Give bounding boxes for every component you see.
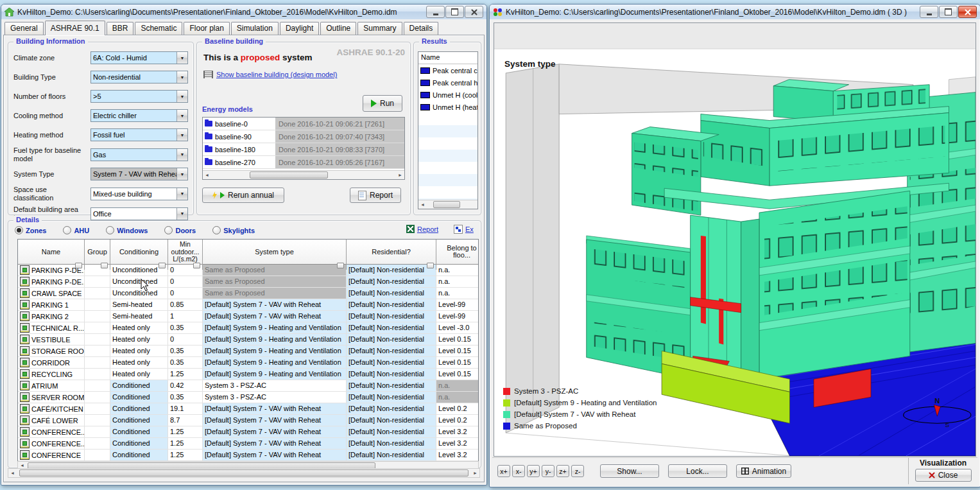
cell-min-outdoor[interactable]: 1.25: [168, 438, 203, 449]
lock-button[interactable]: Lock...: [668, 464, 727, 478]
cell-belong-floor[interactable]: Level 0.15: [436, 369, 479, 380]
cell-system-type[interactable]: [Default] System 7 - VAV with Reheat: [203, 438, 347, 449]
cell-system-type[interactable]: [Default] System 9 - Heating and Ventila…: [203, 346, 347, 356]
cell-name[interactable]: TECHNICAL R...: [18, 322, 85, 333]
cell-group[interactable]: [85, 288, 110, 299]
cell-conditioning[interactable]: Conditioned: [110, 403, 168, 414]
column-header-residential[interactable]: Residential?: [347, 240, 436, 270]
radio-doors[interactable]: Doors: [164, 226, 196, 234]
cell-belong-floor[interactable]: n.a.: [436, 276, 479, 287]
cell-group[interactable]: [85, 415, 110, 426]
radio-windows[interactable]: Windows: [106, 226, 148, 234]
3d-viewport[interactable]: N S System type System 3 - PSZ-AC[Defaul…: [494, 22, 976, 457]
cell-name[interactable]: CAFÉ/KITCHEN: [18, 403, 85, 414]
cell-belong-floor[interactable]: Level 0.15: [436, 346, 479, 356]
chevron-down-icon[interactable]: ▼: [176, 129, 187, 141]
chevron-down-icon[interactable]: ▼: [176, 71, 187, 83]
cell-residential[interactable]: [Default] Non-residential: [347, 288, 436, 299]
chevron-down-icon[interactable]: ▼: [176, 149, 187, 161]
main-window-titlebar[interactable]: KvHilton_Demo: C:\Users\carling\Document…: [1, 4, 486, 19]
scroll-right-arrow[interactable]: ►: [471, 470, 479, 477]
cell-belong-floor[interactable]: Level 0.15: [436, 334, 479, 345]
cell-conditioning[interactable]: Heated only: [110, 357, 168, 368]
cell-residential[interactable]: [Default] Non-residential: [347, 346, 436, 356]
column-header-system-type[interactable]: System type: [203, 240, 347, 270]
table-row[interactable]: VESTIBULEHeated only0[Default] System 9 …: [18, 334, 478, 346]
cell-belong-floor[interactable]: Level-99: [436, 311, 479, 322]
table-row[interactable]: CONFERENCE...Conditioned1.25[Default] Sy…: [18, 426, 478, 438]
table-row[interactable]: SERVER ROOMConditioned0.35System 3 - PSZ…: [18, 392, 478, 403]
tab-general[interactable]: General: [4, 22, 44, 35]
scroll-right-arrow[interactable]: ►: [396, 172, 404, 179]
cell-conditioning[interactable]: Heated only: [110, 369, 168, 380]
nav-button-x[interactable]: x+: [497, 465, 510, 477]
cell-system-type[interactable]: [Default] System 7 - VAV with Reheat: [203, 415, 347, 426]
scroll-thumb[interactable]: [433, 201, 460, 208]
radio-button[interactable]: [15, 226, 23, 234]
column-header-min-outdoor-l-s-m2[interactable]: Min outdoor... L/(s.m2): [168, 240, 203, 270]
cell-residential[interactable]: [Default] Non-residential: [347, 311, 436, 322]
cell-conditioning[interactable]: Conditioned: [110, 415, 168, 426]
fuel-type-combo[interactable]: Gas▼: [90, 148, 188, 161]
cell-conditioning[interactable]: Conditioned: [110, 426, 168, 437]
cell-group[interactable]: [85, 346, 110, 356]
cell-min-outdoor[interactable]: 19.1: [168, 403, 203, 414]
cell-conditioning[interactable]: Semi-heated: [110, 299, 168, 310]
close-button[interactable]: [958, 6, 977, 18]
cell-name[interactable]: SERVER ROOM: [18, 392, 85, 403]
cell-belong-floor[interactable]: n.a.: [436, 288, 479, 299]
default-area-combo[interactable]: Office▼: [90, 207, 188, 220]
filter-icon[interactable]: [75, 263, 82, 268]
nav-button-z[interactable]: z-: [571, 465, 584, 477]
radio-ahu[interactable]: AHU: [63, 226, 89, 234]
scroll-thumb[interactable]: [250, 171, 328, 179]
cell-residential[interactable]: [Default] Non-residential: [347, 276, 436, 287]
rerun-annual-button[interactable]: Rerun annual: [202, 188, 284, 203]
table-row[interactable]: CONFERENCEConditioned1.25[Default] Syste…: [18, 450, 478, 461]
cell-system-type[interactable]: Same as Proposed: [203, 276, 347, 287]
cell-name[interactable]: PARKING P-DE...: [18, 276, 85, 287]
cell-residential[interactable]: [Default] Non-residential: [347, 426, 436, 437]
cell-min-outdoor[interactable]: 0: [168, 334, 203, 345]
cell-min-outdoor[interactable]: 0.42: [168, 380, 203, 391]
table-row[interactable]: ATRIUMConditioned0.42System 3 - PSZ-AC[D…: [18, 380, 478, 392]
cell-group[interactable]: [85, 334, 110, 345]
nav-button-z[interactable]: z+: [556, 465, 569, 477]
tab-ashrae-90-1[interactable]: ASHRAE 90.1: [45, 21, 105, 35]
energy-model-row[interactable]: baseline-180Done 2016-10-21 09:08:33 [73…: [203, 143, 404, 156]
cell-belong-floor[interactable]: Level -3.0: [436, 322, 479, 333]
cell-group[interactable]: [85, 426, 110, 437]
energy-model-row[interactable]: baseline-90Done 2016-10-21 09:07:40 [734…: [203, 130, 404, 143]
table-row[interactable]: PARKING 1Semi-heated0.85[Default] System…: [18, 299, 478, 311]
cell-system-type[interactable]: [Default] System 9 - Heating and Ventila…: [203, 369, 347, 380]
nav-button-y[interactable]: y-: [542, 465, 554, 477]
cell-min-outdoor[interactable]: 1.25: [168, 369, 203, 380]
tab-simulation[interactable]: Simulation: [231, 22, 279, 35]
main-hscrollbar[interactable]: ◄ ►: [8, 468, 480, 478]
cell-system-type[interactable]: System 3 - PSZ-AC: [203, 380, 347, 391]
cell-conditioning[interactable]: Heated only: [110, 334, 168, 345]
cell-group[interactable]: [85, 380, 110, 391]
cell-min-outdoor[interactable]: 0.85: [168, 299, 203, 310]
cell-belong-floor[interactable]: Level 0.2: [436, 403, 479, 414]
column-header-group[interactable]: Group: [85, 240, 110, 270]
scroll-left-arrow[interactable]: ◄: [418, 202, 427, 208]
cell-system-type[interactable]: [Default] System 9 - Heating and Ventila…: [203, 357, 347, 368]
cell-min-outdoor[interactable]: 0.35: [168, 346, 203, 356]
space-use-combo[interactable]: Mixed-use building▼: [90, 188, 188, 200]
nav-button-x[interactable]: x-: [512, 465, 525, 477]
scroll-left-arrow[interactable]: ◄: [8, 470, 17, 477]
table-row[interactable]: CONFERENCE...Conditioned1.25[Default] Sy…: [18, 438, 478, 450]
cell-group[interactable]: [85, 403, 110, 414]
filter-icon[interactable]: [159, 263, 166, 268]
energy-model-row[interactable]: baseline-0Done 2016-10-21 09:06:21 [7261…: [203, 118, 404, 130]
cell-belong-floor[interactable]: Level 0.15: [436, 357, 479, 368]
cell-name[interactable]: CAFÉ LOWER: [18, 415, 85, 426]
cell-system-type[interactable]: [Default] System 7 - VAV with Reheat: [203, 403, 347, 414]
results-hscrollbar[interactable]: ◄: [418, 200, 477, 209]
animation-button[interactable]: Animation: [736, 464, 791, 478]
tab-details[interactable]: Details: [404, 22, 439, 35]
radio-zones[interactable]: Zones: [15, 226, 46, 234]
tab-summary[interactable]: Summary: [357, 22, 402, 35]
cell-min-outdoor[interactable]: 1.25: [168, 450, 203, 460]
